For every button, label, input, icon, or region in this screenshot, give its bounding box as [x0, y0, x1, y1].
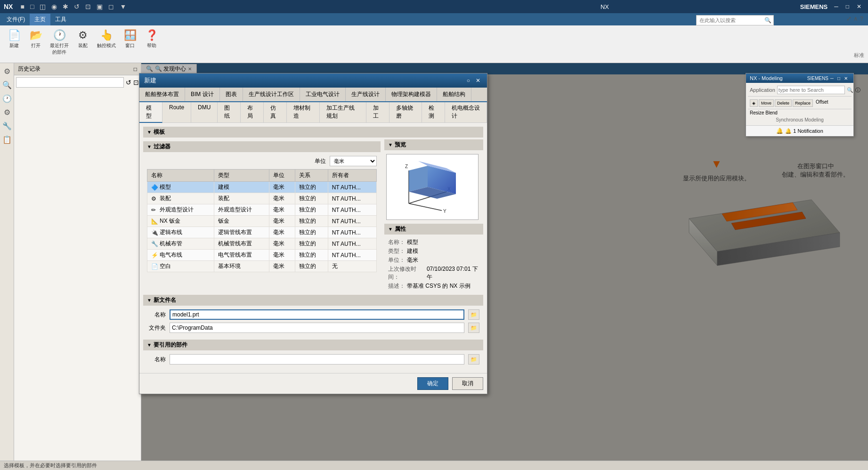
ribbon-assembly[interactable]: ⚙ 装配: [73, 27, 93, 61]
tb-icon-7[interactable]: ⊡: [83, 2, 93, 11]
panel-icon-5[interactable]: 🔧: [0, 120, 14, 132]
table-row[interactable]: 📐NX 钣金 钣金 毫米 独立的 NT AUTH...: [147, 216, 377, 227]
menu-tools[interactable]: 工具: [50, 14, 71, 25]
folder-input[interactable]: C:\ProgramData: [170, 323, 464, 333]
panel-icon-6[interactable]: 📋: [0, 133, 14, 146]
ref-section-header[interactable]: ▼ 要引用的部件: [143, 340, 483, 350]
browse-folder-button[interactable]: 📁: [468, 323, 479, 333]
props-section-header[interactable]: ▼ 属性: [384, 224, 483, 235]
ribbon-touch[interactable]: 👆 触控模式: [94, 27, 119, 61]
history-refresh-icon[interactable]: ↺: [126, 79, 131, 86]
tb-icon-3[interactable]: ◫: [38, 2, 48, 11]
history-search-input[interactable]: [16, 77, 124, 88]
subtab-drawing[interactable]: 图纸: [218, 102, 241, 122]
feature-icon[interactable]: ◈: [750, 99, 758, 107]
history-options-icon[interactable]: ⊡: [133, 79, 139, 86]
dialog-sub-tabs: 模型 Route DMU 图纸 布局 仿真 增材制造 加工生产线规划 加工 多轴…: [139, 102, 487, 123]
siemens-brand: SIEMENS: [800, 3, 828, 10]
panel-icon-3[interactable]: 🕐: [0, 92, 14, 105]
row-type: 建模: [214, 182, 269, 193]
new-file-section-header[interactable]: ▼ 新文件名: [143, 295, 483, 306]
tb-icon-6[interactable]: ↺: [72, 2, 81, 11]
menu-home[interactable]: 主页: [30, 14, 50, 25]
ribbon-open[interactable]: 📂 打开: [25, 27, 46, 61]
panel-icon-2[interactable]: 🔍: [0, 79, 14, 91]
mini-close-button[interactable]: ✕: [842, 76, 850, 81]
table-row[interactable]: ⚡电气布线 电气管线布置 毫米 独立的 NT AUTH...: [147, 250, 377, 261]
cancel-button[interactable]: 取消: [452, 377, 483, 390]
subtab-dmu[interactable]: DMU: [191, 102, 218, 122]
ribbon-new[interactable]: 📄 新建: [4, 27, 24, 61]
expand-icon[interactable]: ⤢: [846, 15, 852, 22]
table-row[interactable]: 🔌逻辑布线 逻辑管线布置 毫米 独立的 NT AUTH...: [147, 227, 377, 238]
table-row[interactable]: 🔷模型 建模 毫米 独立的 NT AUTH...: [147, 182, 377, 193]
tb-icon-9[interactable]: ◻: [106, 2, 116, 11]
tab-electrical[interactable]: 工业电气设计: [300, 88, 346, 101]
mini-search-input[interactable]: [777, 86, 845, 94]
mini-notification[interactable]: 🔔 🔔 1 Notification: [746, 125, 853, 136]
tab-production-design[interactable]: 生产线设计: [346, 88, 386, 101]
table-row[interactable]: ✏外观造型设计 外观造型设计 毫米 独立的 NT AUTH...: [147, 204, 377, 216]
table-row[interactable]: 🔧机械布管 机械管线布置 毫米 独立的 NT AUTH...: [147, 238, 377, 250]
subtab-sim[interactable]: 仿真: [264, 102, 287, 122]
filename-input[interactable]: [170, 309, 464, 320]
ribbon-recent[interactable]: 🕐 最近打开 的部件: [47, 27, 72, 61]
tab-ship-structure[interactable]: 船舶结构: [437, 88, 471, 101]
subtab-multiaxis[interactable]: 多轴烧磨: [389, 102, 422, 122]
tb-icon-1[interactable]: ■: [18, 2, 26, 11]
prop-unit-row: 单位： 毫米: [388, 256, 479, 264]
up-icon[interactable]: ∧: [853, 15, 858, 22]
tb-icon-2[interactable]: □: [28, 2, 36, 11]
tab-diagram[interactable]: 图表: [220, 88, 243, 101]
template-section-header[interactable]: ▼ 模板: [143, 127, 483, 138]
tab-bim[interactable]: BIM 设计: [185, 88, 220, 101]
dialog-info-icon[interactable]: ○: [465, 77, 472, 84]
search-input[interactable]: [697, 17, 763, 23]
table-row[interactable]: 📄空白 基本环境 毫米 独立的 无: [147, 261, 377, 272]
search-icon[interactable]: 🔍: [763, 17, 773, 24]
mini-info-icon[interactable]: ⓘ: [855, 87, 860, 94]
question-icon[interactable]: ?: [860, 15, 863, 22]
minimize-button[interactable]: ─: [831, 3, 841, 10]
ref-name-input[interactable]: [170, 354, 464, 365]
filter-section-header[interactable]: ▼ 过滤器: [143, 141, 381, 152]
dialog-close-icon[interactable]: ✕: [474, 77, 482, 84]
subtab-inspection[interactable]: 检测: [422, 102, 445, 122]
subtab-route[interactable]: Route: [162, 102, 191, 122]
table-row[interactable]: ⚙装配 装配 毫米 独立的 NT AUTH...: [147, 193, 377, 204]
mini-replace-button[interactable]: Replace: [793, 99, 813, 107]
tab-ship-layout[interactable]: 船舶整体布置: [139, 88, 185, 101]
tab-physical[interactable]: 物理架构建模器: [386, 88, 437, 101]
mini-minimize-button[interactable]: ─: [828, 76, 836, 81]
mini-maximize-button[interactable]: □: [836, 76, 842, 81]
mini-move-button[interactable]: Move: [759, 99, 774, 107]
row-relation: 独立的: [295, 216, 328, 227]
ribbon-help[interactable]: ❓ 帮助: [141, 27, 162, 61]
browse-file-button[interactable]: 📁: [468, 309, 479, 320]
ok-button[interactable]: 确定: [417, 377, 448, 390]
settings-icon[interactable]: ⚙: [2, 65, 12, 78]
tb-icon-5[interactable]: ✱: [61, 2, 70, 11]
preview-section-header[interactable]: ▼ 预览: [384, 139, 483, 150]
ribbon-window[interactable]: 🪟 窗口: [120, 27, 140, 61]
mini-search-icon[interactable]: 🔍: [847, 87, 853, 93]
maximize-button[interactable]: □: [843, 3, 852, 10]
tb-icon-dropdown[interactable]: ▼: [118, 2, 128, 11]
tb-icon-8[interactable]: ▣: [95, 2, 105, 11]
subtab-layout[interactable]: 布局: [241, 102, 264, 122]
mini-delete-button[interactable]: Delete: [775, 99, 792, 107]
close-button[interactable]: ✕: [854, 3, 864, 10]
subtab-mechatronics[interactable]: 机电概念设计: [445, 102, 487, 122]
subtab-machining[interactable]: 加工: [366, 102, 389, 122]
unit-label: 单位: [315, 157, 326, 165]
subtab-model[interactable]: 模型: [139, 102, 162, 123]
subtab-mfg-line[interactable]: 加工生产线规划: [320, 102, 366, 122]
subtab-additive[interactable]: 增材制造: [287, 102, 319, 122]
unit-select[interactable]: 毫米 英寸 英尺: [330, 156, 377, 166]
panel-icon-4[interactable]: ⚙: [2, 106, 12, 119]
browse-ref-button[interactable]: 📁: [468, 354, 479, 365]
menu-file[interactable]: 文件(F): [2, 14, 30, 25]
tb-icon-4[interactable]: ◉: [49, 2, 59, 11]
history-expand-icon[interactable]: □: [134, 66, 137, 73]
tab-production-line[interactable]: 生产线设计工作区: [243, 88, 300, 101]
